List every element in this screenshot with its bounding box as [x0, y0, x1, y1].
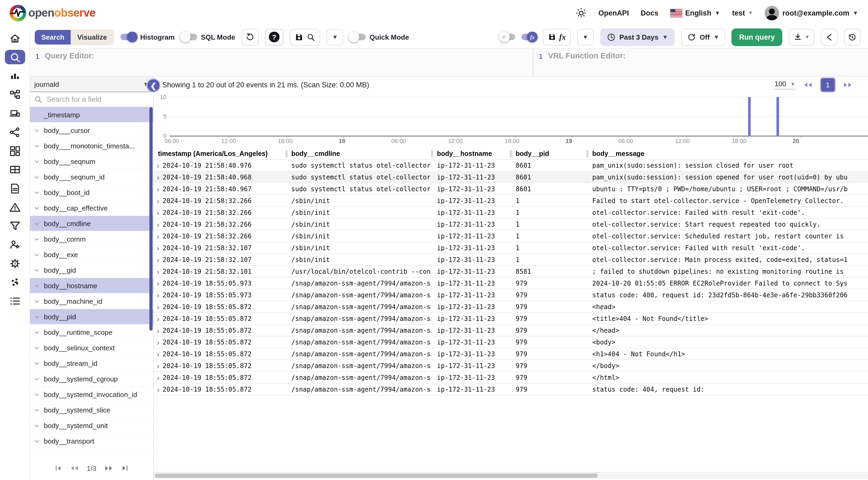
- column-header-timestamp-america-los-angeles-[interactable]: timestamp (America/Los_Angeles): [154, 150, 285, 157]
- prev-page-button[interactable]: [803, 81, 813, 89]
- expand-row-icon[interactable]: ›: [157, 161, 159, 169]
- table-row[interactable]: ›2024-10-19 21:58:32.101/usr/local/bin/o…: [154, 265, 868, 277]
- account-menu[interactable]: root@example.com ▼: [765, 6, 858, 20]
- field-item[interactable]: body__systemd_invocation_id: [30, 387, 153, 402]
- field-item[interactable]: body__pid: [30, 309, 153, 325]
- field-item[interactable]: body__exe: [30, 247, 153, 263]
- sidebar-item-metrics[interactable]: [5, 68, 25, 83]
- expand-row-icon[interactable]: ›: [157, 303, 159, 310]
- vrl-function-editor[interactable]: 1 VRL Function Editor:: [533, 49, 868, 76]
- field-item[interactable]: body__transport: [30, 433, 153, 449]
- sidebar-item-filter[interactable]: [5, 218, 25, 233]
- expand-row-icon[interactable]: ›: [157, 279, 159, 287]
- theme-sun-icon[interactable]: [576, 7, 587, 19]
- page-number-button[interactable]: 1: [820, 77, 836, 92]
- tab-search[interactable]: Search: [35, 30, 71, 44]
- table-row[interactable]: ›2024-10-19 21:58:32.266/sbin/initip-172…: [154, 194, 868, 206]
- histogram-plot[interactable]: [170, 97, 868, 137]
- download-results-button[interactable]: ▼: [789, 29, 814, 45]
- collapse-fields-button[interactable]: ❮: [146, 78, 161, 93]
- table-row[interactable]: ›2024-10-19 18:55:05.872/snap/amazon-ssm…: [154, 301, 868, 312]
- quick-mode-toggle[interactable]: Quick Mode: [350, 33, 409, 41]
- column-header-body-pid[interactable]: body__pid: [510, 150, 586, 157]
- reset-query-button[interactable]: [242, 29, 259, 45]
- expand-row-icon[interactable]: ›: [157, 209, 159, 216]
- field-item[interactable]: body___monotonic_timesta...: [30, 138, 153, 154]
- table-row[interactable]: ›2024-10-19 21:58:40.968sudo systemctl s…: [154, 171, 868, 183]
- sidebar-item-home[interactable]: [5, 31, 25, 46]
- org-select[interactable]: test ▼: [732, 9, 753, 17]
- time-range-picker[interactable]: Past 3 Days ▼: [600, 28, 675, 46]
- table-row[interactable]: ›2024-10-19 18:55:05.872/snap/amazon-ssm…: [154, 336, 868, 348]
- save-function-button[interactable]: fx: [543, 29, 571, 45]
- vrl-function-toggle[interactable]: fx: [522, 34, 537, 40]
- sidebar-item-slack[interactable]: [5, 275, 25, 289]
- prev-page-button[interactable]: [70, 464, 79, 472]
- expand-row-icon[interactable]: ›: [157, 291, 159, 299]
- field-item[interactable]: body___seqnum: [30, 154, 153, 169]
- sidebar-item-dashboards[interactable]: [5, 144, 25, 158]
- query-editor[interactable]: 1 Query Editor:: [30, 49, 533, 76]
- sidebar-item-about-list[interactable]: [5, 294, 25, 308]
- table-row[interactable]: ›2024-10-19 18:55:05.872/snap/amazon-ssm…: [154, 359, 868, 371]
- sidebar-item-reports[interactable]: [5, 181, 25, 196]
- expand-row-icon[interactable]: ›: [157, 197, 159, 204]
- next-page-button[interactable]: [104, 464, 114, 472]
- search-history-button[interactable]: [844, 29, 861, 45]
- run-query-button[interactable]: Run query: [732, 28, 783, 46]
- sidebar-item-rum-monitor[interactable]: [5, 106, 25, 121]
- sidebar-item-streams[interactable]: [5, 162, 25, 177]
- field-list-scrollbar[interactable]: [149, 107, 153, 331]
- language-select[interactable]: English ▼: [670, 9, 720, 17]
- next-page-button[interactable]: [842, 81, 853, 89]
- expand-row-icon[interactable]: ›: [157, 315, 159, 322]
- table-row[interactable]: ›2024-10-19 21:58:32.107/sbin/initip-172…: [154, 253, 868, 265]
- table-row[interactable]: ›2024-10-19 18:55:05.872/snap/amazon-ssm…: [154, 324, 868, 336]
- histogram-bar[interactable]: [748, 97, 750, 136]
- field-item[interactable]: body__stream_id: [30, 356, 153, 371]
- table-row[interactable]: ›2024-10-19 21:58:32.266/sbin/initip-172…: [154, 218, 868, 230]
- table-row[interactable]: ›2024-10-19 18:55:05.872/snap/amazon-ssm…: [154, 371, 868, 383]
- field-item[interactable]: body__gid: [30, 263, 153, 278]
- table-row[interactable]: ›2024-10-19 18:55:05.872/snap/amazon-ssm…: [154, 383, 868, 395]
- last-page-button[interactable]: [121, 464, 128, 472]
- table-row[interactable]: ›2024-10-19 21:58:32.266/sbin/initip-172…: [154, 206, 868, 218]
- field-item[interactable]: _timestamp: [30, 107, 153, 123]
- field-item[interactable]: body___seqnum_id: [30, 169, 153, 185]
- first-page-button[interactable]: [55, 464, 62, 472]
- table-row[interactable]: ›2024-10-19 18:55:05.973/snap/amazon-ssm…: [154, 289, 868, 301]
- wrap-lines-toggle[interactable]: [500, 34, 516, 40]
- table-row[interactable]: ›2024-10-19 18:55:05.872/snap/amazon-ssm…: [154, 312, 868, 324]
- sidebar-item-settings-gear[interactable]: ?: [5, 256, 25, 271]
- histogram-toggle[interactable]: Histogram: [121, 33, 175, 41]
- expand-row-icon[interactable]: ›: [157, 256, 159, 263]
- field-item[interactable]: body__selinux_context: [30, 340, 153, 356]
- field-item[interactable]: body__cap_effective: [30, 200, 153, 216]
- tab-visualize[interactable]: Visualize: [71, 30, 114, 44]
- sql-mode-toggle[interactable]: SQL Mode: [181, 33, 235, 41]
- expand-row-icon[interactable]: ›: [157, 268, 159, 275]
- field-item[interactable]: body__cmdline: [30, 216, 153, 232]
- expand-row-icon[interactable]: ›: [157, 185, 159, 192]
- docs-link[interactable]: Docs: [641, 9, 658, 17]
- share-link-button[interactable]: [821, 29, 837, 45]
- expand-row-icon[interactable]: ›: [157, 244, 159, 251]
- saved-searches-dropdown-button[interactable]: ▼: [327, 29, 343, 45]
- expand-row-icon[interactable]: ›: [157, 220, 159, 228]
- field-item[interactable]: body__hostname: [30, 278, 153, 294]
- saved-functions-dropdown-button[interactable]: ▼: [577, 29, 594, 45]
- histogram-bar[interactable]: [776, 97, 779, 136]
- per-page-select[interactable]: 100 ▼: [774, 80, 796, 89]
- expand-row-icon[interactable]: ›: [157, 327, 159, 334]
- expand-row-icon[interactable]: ›: [157, 338, 159, 346]
- sidebar-item-traces[interactable]: [5, 87, 25, 102]
- field-item[interactable]: body__machine_id: [30, 294, 153, 309]
- help-button[interactable]: ?: [265, 29, 283, 45]
- expand-row-icon[interactable]: ›: [157, 385, 159, 393]
- column-header-body-hostname[interactable]: body__hostname: [431, 150, 510, 157]
- expand-row-icon[interactable]: ›: [157, 374, 159, 381]
- column-header-body-cmdline[interactable]: body__cmdline: [285, 150, 431, 157]
- sidebar-item-search-logs[interactable]: [5, 50, 25, 64]
- table-row[interactable]: ›2024-10-19 21:58:32.107/sbin/initip-172…: [154, 242, 868, 253]
- column-header-body-message[interactable]: body__message: [586, 150, 865, 157]
